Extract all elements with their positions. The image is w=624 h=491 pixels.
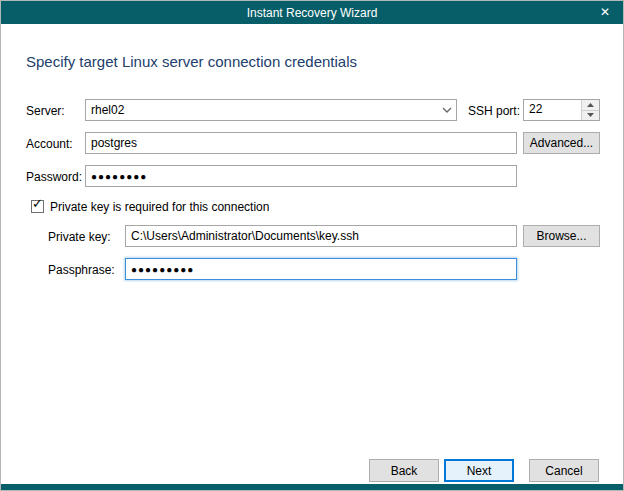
server-label: Server:: [26, 104, 65, 118]
chevron-down-icon[interactable]: [438, 100, 456, 120]
close-icon[interactable]: ✕: [587, 1, 623, 24]
ssh-port-spinner[interactable]: 22: [523, 99, 600, 121]
password-label: Password:: [26, 170, 82, 184]
spinner-down-icon[interactable]: [582, 110, 599, 121]
browse-button[interactable]: Browse...: [523, 225, 600, 247]
window-title: Instant Recovery Wizard: [1, 6, 623, 20]
next-button[interactable]: Next: [444, 459, 514, 482]
private-key-label: Private key:: [48, 230, 111, 244]
cancel-button[interactable]: Cancel: [529, 459, 599, 482]
account-label: Account:: [26, 137, 73, 151]
titlebar: Instant Recovery Wizard ✕: [1, 1, 623, 24]
page-title: Specify target Linux server connection c…: [26, 53, 357, 70]
ssh-port-label: SSH port:: [468, 104, 520, 118]
advanced-button[interactable]: Advanced...: [523, 132, 600, 154]
passphrase-label: Passphrase:: [48, 263, 115, 277]
spinner-arrows: [581, 100, 599, 120]
ssh-port-value: 22: [524, 100, 581, 120]
passphrase-input[interactable]: [125, 258, 517, 280]
spinner-up-icon[interactable]: [582, 100, 599, 110]
account-input[interactable]: [85, 132, 517, 154]
server-value: rhel02: [86, 103, 438, 117]
bottom-accent-strip: [1, 484, 623, 490]
password-input[interactable]: [85, 165, 517, 187]
instant-recovery-wizard-window: Instant Recovery Wizard ✕ Specify target…: [0, 0, 624, 491]
private-key-checkbox[interactable]: ✓: [31, 200, 44, 213]
checkmark-icon: ✓: [32, 197, 43, 210]
server-combobox[interactable]: rhel02: [85, 99, 457, 121]
private-key-input[interactable]: [125, 225, 517, 247]
private-key-checkbox-label: Private key is required for this connect…: [50, 200, 269, 214]
back-button[interactable]: Back: [369, 459, 439, 482]
